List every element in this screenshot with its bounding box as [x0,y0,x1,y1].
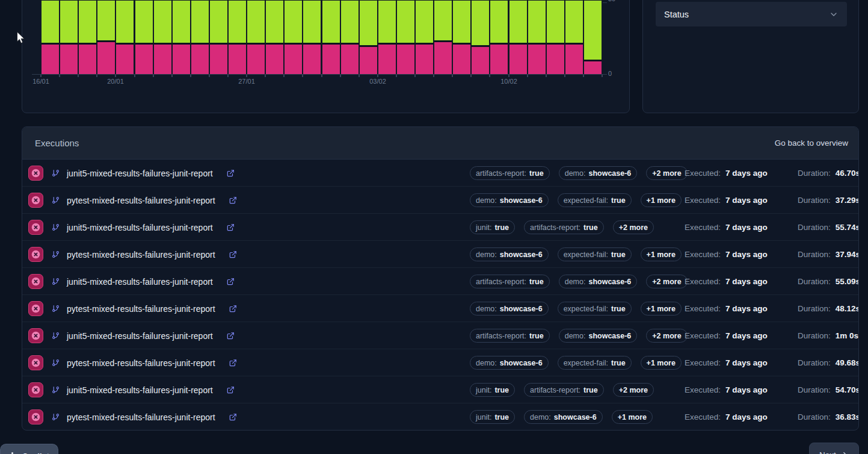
executed-value: 7 days ago [725,412,768,421]
execution-row[interactable]: pytest-mixed-results-failures-junit-repo… [22,403,858,431]
stacked-bar[interactable] [97,1,115,74]
execution-row[interactable]: junit5-mixed-results-failures-junit-repo… [22,160,858,187]
execution-row[interactable]: junit5-mixed-results-failures-junit-repo… [22,322,858,349]
executed-value: 7 days ago [725,358,768,367]
duration-label: Duration: [798,385,831,394]
stacked-bar[interactable] [453,1,470,74]
external-link-icon[interactable] [229,250,237,259]
y-axis-tick [603,2,607,3]
more-badge[interactable]: +2 more [613,383,654,397]
external-link-icon[interactable] [226,332,235,340]
more-badge[interactable]: +2 more [646,166,687,180]
failed-segment [509,43,527,74]
copilot-button[interactable]: Copilot [0,444,58,454]
execution-row[interactable]: pytest-mixed-results-failures-junit-repo… [22,241,858,268]
execution-row[interactable]: junit5-mixed-results-failures-junit-repo… [22,214,858,241]
label-badge: expected-fail:true [558,193,632,207]
execution-name: pytest-mixed-results-failures-junit-repo… [67,412,215,422]
external-link-icon[interactable] [226,278,235,286]
duration-value: 1m 0s [836,331,858,340]
stacked-bar[interactable] [509,1,527,74]
external-link-icon[interactable] [229,359,237,367]
label-badge: artifacts-report:true [470,166,550,180]
execution-name: pytest-mixed-results-failures-junit-repo… [67,250,215,260]
executed-cell: Executed:7 days ago [685,160,768,187]
stacked-bar[interactable] [341,1,359,74]
passed-segment [173,1,190,43]
external-link-icon[interactable] [229,305,237,313]
label-badges: junit:truedemo:showcase-6+1 more [470,403,653,431]
stacked-bar[interactable] [116,1,134,74]
stacked-bar[interactable] [397,1,414,74]
more-badge[interactable]: +2 more [646,329,687,343]
y-axis-label-zero: 0 [608,70,612,77]
git-branch-icon [52,386,60,394]
stacked-bar[interactable] [191,1,209,74]
more-badge[interactable]: +1 more [641,247,682,261]
passed-segment [397,1,414,43]
duration-label: Duration: [798,250,831,259]
passed-segment [97,1,115,40]
status-failed-icon [28,328,43,343]
external-link-icon[interactable] [226,169,235,178]
x-axis-tick-label: 27/01 [238,78,255,85]
duration-cell: Duration:54.70s [798,376,859,403]
status-filter-select[interactable]: Status [656,2,847,26]
external-link-icon[interactable] [229,413,237,421]
status-failed-icon [28,409,43,424]
external-link-icon[interactable] [226,223,235,232]
stacked-bar[interactable] [547,1,564,74]
stacked-bar[interactable] [210,1,227,74]
execution-row[interactable]: junit5-mixed-results-failures-junit-repo… [22,376,858,403]
next-button[interactable]: Next [809,443,859,454]
execution-row[interactable]: pytest-mixed-results-failures-junit-repo… [22,349,858,376]
stacked-bar[interactable] [229,1,246,74]
more-badge[interactable]: +1 more [641,356,682,370]
duration-label: Duration: [798,196,831,205]
go-back-to-overview-link[interactable]: Go back to overview [775,138,848,148]
external-link-icon[interactable] [229,196,237,205]
stacked-bar[interactable] [565,1,583,74]
stacked-bar[interactable] [303,1,321,74]
passed-segment [528,1,546,43]
stacked-bar[interactable] [472,1,489,74]
failed-segment [303,43,321,74]
stacked-bar[interactable] [360,1,377,74]
stacked-bar[interactable] [42,1,59,74]
stacked-bar[interactable] [322,1,340,74]
stacked-bar[interactable] [247,1,265,74]
execution-row-left: junit5-mixed-results-failures-junit-repo… [22,268,235,295]
external-link-icon[interactable] [226,386,235,394]
stacked-bar[interactable] [416,1,433,74]
stacked-bar[interactable] [154,1,171,74]
stacked-bar[interactable] [490,1,508,74]
execution-row-left: pytest-mixed-results-failures-junit-repo… [22,187,237,214]
next-label: Next [819,450,836,454]
more-badge[interactable]: +2 more [646,275,687,288]
stacked-bar[interactable] [528,1,546,74]
stacked-bar[interactable] [584,1,602,74]
execution-row[interactable]: junit5-mixed-results-failures-junit-repo… [22,268,858,295]
more-badge[interactable]: +2 more [613,220,654,234]
stacked-bar[interactable] [266,1,283,74]
execution-name: junit5-mixed-results-failures-junit-repo… [67,385,213,395]
duration-value: 36.83s [836,412,859,421]
more-badge[interactable]: +1 more [641,302,682,316]
stacked-bar[interactable] [60,1,78,74]
stacked-bar[interactable] [173,1,190,74]
status-failed-icon [28,382,43,397]
failed-segment [79,43,96,74]
execution-row[interactable]: pytest-mixed-results-failures-junit-repo… [22,295,858,322]
more-badge[interactable]: +1 more [641,193,682,207]
stacked-bar[interactable] [135,1,153,74]
stacked-bar[interactable] [434,1,452,74]
stacked-bar[interactable] [285,1,302,74]
execution-row[interactable]: pytest-mixed-results-failures-junit-repo… [22,187,858,214]
failed-segment [97,40,115,74]
executed-label: Executed: [685,331,721,340]
more-badge[interactable]: +1 more [612,410,653,424]
stacked-bar[interactable] [378,1,396,74]
executed-label: Executed: [685,250,721,259]
stacked-bar[interactable] [79,1,96,74]
passed-segment [341,1,359,43]
